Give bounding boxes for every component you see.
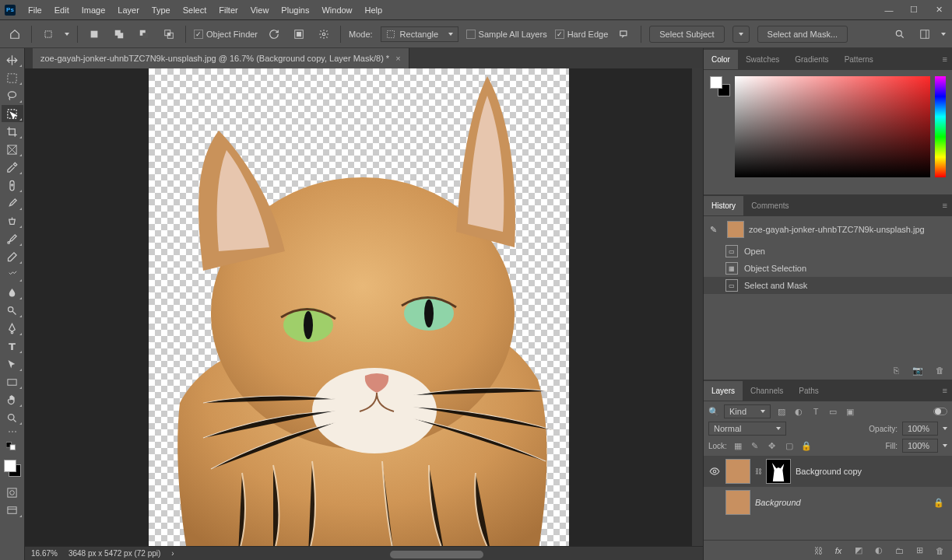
- document-canvas[interactable]: [25, 68, 692, 546]
- filter-adjustment-icon[interactable]: ◐: [792, 405, 805, 418]
- feedback-icon[interactable]: [616, 26, 633, 43]
- new-snapshot-icon[interactable]: 📷: [912, 364, 924, 376]
- settings-icon[interactable]: [315, 26, 332, 43]
- layer-row[interactable]: Background 🔒: [704, 487, 952, 518]
- type-tool[interactable]: [2, 338, 23, 355]
- tab-comments[interactable]: Comments: [743, 196, 796, 215]
- layer-filter-kind[interactable]: Kind: [724, 404, 771, 418]
- menu-plugins[interactable]: Plugins: [275, 2, 315, 18]
- panel-menu-icon[interactable]: ≡: [938, 201, 952, 210]
- rectangle-tool[interactable]: [2, 373, 23, 390]
- filter-shape-icon[interactable]: ▭: [827, 405, 839, 418]
- close-button[interactable]: ✕: [930, 3, 947, 17]
- maximize-button[interactable]: ☐: [905, 3, 922, 17]
- history-item[interactable]: ▦ Object Selection: [704, 260, 952, 277]
- hue-slider[interactable]: [935, 76, 946, 177]
- layer-visibility-icon[interactable]: [708, 496, 721, 509]
- object-finder-checkbox[interactable]: Object Finder: [194, 30, 258, 39]
- adjustment-layer-icon[interactable]: ◐: [873, 544, 885, 557]
- color-field[interactable]: [735, 76, 930, 177]
- tab-layers[interactable]: Layers: [704, 381, 743, 401]
- history-item[interactable]: ▭ Open: [704, 243, 952, 260]
- lock-position-icon[interactable]: ✥: [766, 439, 778, 452]
- subtract-selection-icon[interactable]: [135, 26, 153, 43]
- new-selection-icon[interactable]: [86, 26, 103, 43]
- filter-pixel-icon[interactable]: ▨: [775, 405, 788, 418]
- layer-mask-icon[interactable]: ◩: [852, 544, 865, 557]
- tab-close-icon[interactable]: ×: [395, 54, 400, 63]
- menu-edit[interactable]: Edit: [48, 2, 76, 18]
- screen-mode-icon[interactable]: [2, 502, 23, 519]
- gradient-tool[interactable]: [2, 266, 23, 283]
- filter-smart-icon[interactable]: ▣: [844, 405, 856, 418]
- menu-image[interactable]: Image: [76, 2, 112, 18]
- show-all-icon[interactable]: [290, 26, 307, 43]
- link-layers-icon[interactable]: ⛓: [812, 544, 824, 557]
- clone-stamp-tool[interactable]: [2, 212, 23, 229]
- document-tab[interactable]: zoe-gayah-jonker-uhnbTZC7N9k-unsplash.jp…: [33, 48, 409, 68]
- tab-paths[interactable]: Paths: [791, 381, 827, 401]
- history-snapshot-thumb[interactable]: [727, 221, 744, 238]
- eraser-tool[interactable]: [2, 248, 23, 265]
- mode-dropdown[interactable]: Rectangle: [381, 26, 458, 42]
- frame-tool[interactable]: [2, 141, 23, 158]
- move-tool[interactable]: [2, 51, 23, 68]
- select-and-mask-button[interactable]: Select and Mask...: [757, 26, 848, 43]
- object-selection-tool[interactable]: [2, 105, 23, 122]
- fill-input[interactable]: 100%: [902, 439, 938, 453]
- blur-tool[interactable]: [2, 284, 23, 301]
- lock-pixels-icon[interactable]: ✎: [749, 439, 761, 452]
- default-colors-icon[interactable]: [2, 437, 23, 454]
- layer-name[interactable]: Background copy: [796, 467, 947, 476]
- quick-mask-icon[interactable]: [2, 484, 23, 501]
- status-arrow-icon[interactable]: ›: [171, 549, 174, 558]
- menu-window[interactable]: Window: [315, 2, 358, 18]
- filter-type-icon[interactable]: T: [810, 405, 822, 418]
- marquee-tool[interactable]: [2, 69, 23, 86]
- vertical-scrollbar[interactable]: [692, 68, 703, 546]
- new-group-icon[interactable]: 🗀: [893, 544, 905, 557]
- foreground-color-swatch[interactable]: [4, 460, 16, 472]
- filter-toggle[interactable]: [933, 408, 947, 415]
- new-document-from-state-icon[interactable]: ⎘: [890, 364, 902, 376]
- history-item[interactable]: ▭ Select and Mask: [704, 277, 952, 294]
- pen-tool[interactable]: [2, 320, 23, 337]
- intersect-selection-icon[interactable]: [160, 26, 177, 43]
- blend-mode-dropdown[interactable]: Normal: [708, 422, 786, 436]
- tab-swatches[interactable]: Swatches: [738, 50, 787, 69]
- select-subject-button[interactable]: Select Subject: [649, 26, 724, 43]
- zoom-level[interactable]: 16.67%: [31, 549, 58, 558]
- home-icon[interactable]: [6, 26, 23, 43]
- eyedropper-tool[interactable]: [2, 159, 23, 176]
- tool-preset-dropdown[interactable]: [40, 26, 57, 43]
- menu-view[interactable]: View: [244, 2, 276, 18]
- menu-file[interactable]: File: [22, 2, 48, 18]
- menu-type[interactable]: Type: [146, 2, 177, 18]
- tab-patterns[interactable]: Patterns: [837, 50, 881, 69]
- search-icon[interactable]: [891, 26, 908, 43]
- delete-layer-icon[interactable]: 🗑: [933, 544, 946, 557]
- dodge-tool[interactable]: [2, 302, 23, 319]
- layer-visibility-icon[interactable]: [708, 465, 721, 478]
- menu-filter[interactable]: Filter: [213, 2, 244, 18]
- history-brush-tool[interactable]: [2, 230, 23, 247]
- layer-style-icon[interactable]: fx: [832, 544, 845, 557]
- menu-select[interactable]: Select: [177, 2, 213, 18]
- layer-mask-thumbnail[interactable]: [766, 459, 791, 484]
- search-icon[interactable]: 🔍: [708, 407, 719, 417]
- history-brush-source-icon[interactable]: ✎: [710, 225, 722, 235]
- menu-help[interactable]: Help: [359, 2, 389, 18]
- hand-tool[interactable]: [2, 391, 23, 408]
- tab-history[interactable]: History: [704, 196, 743, 215]
- panel-fg-color[interactable]: [710, 76, 722, 89]
- layer-thumbnail[interactable]: [725, 459, 750, 484]
- lock-transparency-icon[interactable]: ▦: [732, 439, 744, 452]
- lock-all-icon[interactable]: 🔒: [800, 439, 813, 452]
- add-selection-icon[interactable]: [111, 26, 128, 43]
- lock-artboard-icon[interactable]: ▢: [783, 439, 796, 452]
- foreground-background-colors[interactable]: [2, 458, 23, 478]
- select-subject-dropdown[interactable]: [732, 26, 750, 43]
- minimize-button[interactable]: —: [880, 3, 898, 17]
- tab-color[interactable]: Color: [704, 50, 738, 69]
- brush-tool[interactable]: [2, 194, 23, 212]
